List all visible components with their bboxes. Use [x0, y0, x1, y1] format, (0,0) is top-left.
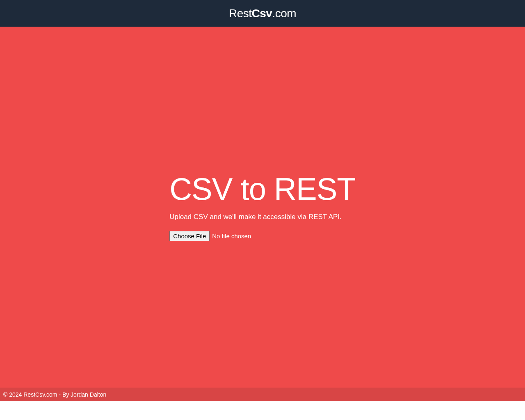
file-status-text: No file chosen	[212, 233, 251, 240]
footer-copyright: © 2024 RestCsv.com - By Jordan Dalton	[3, 391, 106, 398]
bottom-gap	[0, 401, 525, 420]
footer: © 2024 RestCsv.com - By Jordan Dalton	[0, 388, 525, 401]
hero-subtitle: Upload CSV and we'll make it accessible …	[169, 213, 342, 221]
logo-part1: Rest	[229, 7, 252, 20]
logo-part2: Csv	[252, 7, 272, 20]
logo-part3: .com	[272, 7, 296, 20]
logo[interactable]: RestCsv.com	[229, 7, 296, 20]
file-input-wrapper: Choose File No file chosen	[169, 231, 251, 241]
hero-section: CSV to REST Upload CSV and we'll make it…	[169, 173, 356, 241]
header: RestCsv.com	[0, 0, 525, 27]
choose-file-button[interactable]: Choose File	[169, 231, 210, 241]
hero-title: CSV to REST	[169, 173, 356, 205]
main-content: CSV to REST Upload CSV and we'll make it…	[0, 27, 525, 388]
